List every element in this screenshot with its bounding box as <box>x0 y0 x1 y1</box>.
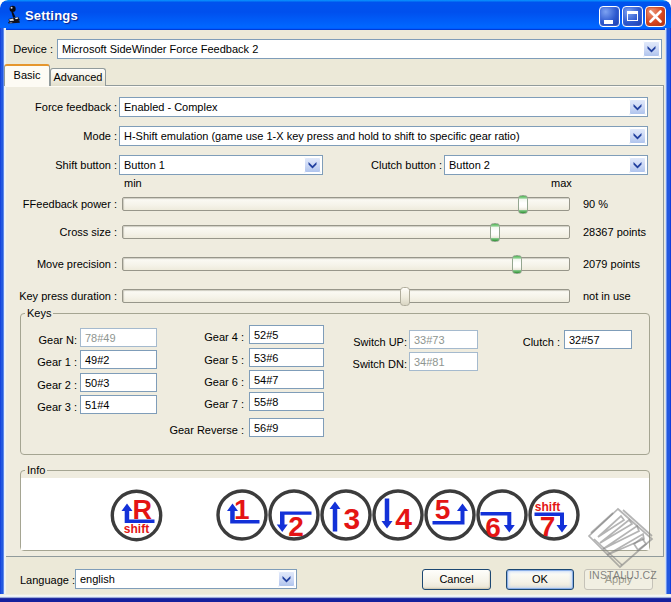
svg-text:6: 6 <box>485 512 501 542</box>
svg-text:2: 2 <box>288 511 304 542</box>
svg-text:shift: shift <box>124 522 149 536</box>
svg-text:1: 1 <box>234 494 250 525</box>
svg-text:3: 3 <box>343 502 360 535</box>
svg-text:4: 4 <box>395 502 412 535</box>
svg-text:5: 5 <box>435 494 451 525</box>
svg-text:7: 7 <box>540 511 556 541</box>
svg-text:R: R <box>133 495 153 525</box>
